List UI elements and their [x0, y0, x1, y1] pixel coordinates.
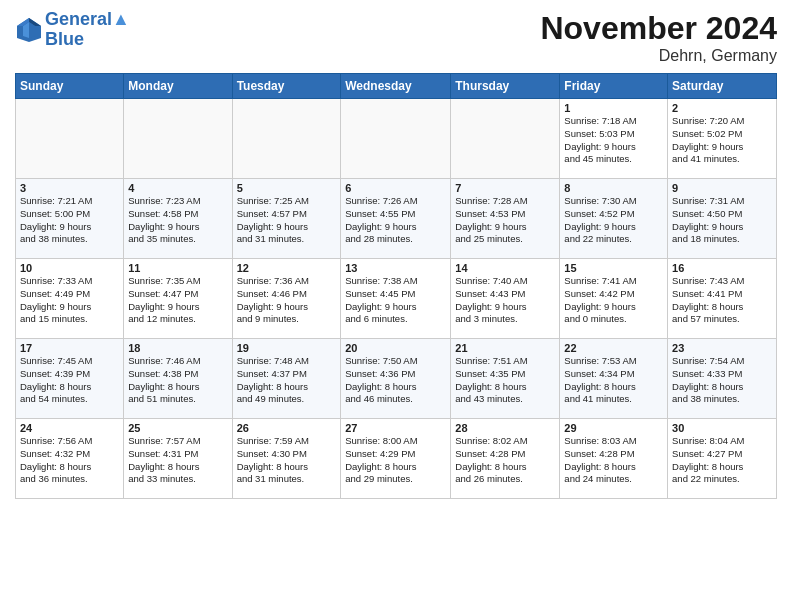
calendar-week-0: 1Sunrise: 7:18 AM Sunset: 5:03 PM Daylig… [16, 99, 777, 179]
day-number: 20 [345, 342, 446, 354]
day-info: Sunrise: 7:41 AM Sunset: 4:42 PM Dayligh… [564, 275, 663, 326]
title-block: November 2024 Dehrn, Germany [540, 10, 777, 65]
calendar-header-monday: Monday [124, 74, 232, 99]
calendar-cell-4-2: 26Sunrise: 7:59 AM Sunset: 4:30 PM Dayli… [232, 419, 341, 499]
day-number: 9 [672, 182, 772, 194]
calendar-table: SundayMondayTuesdayWednesdayThursdayFrid… [15, 73, 777, 499]
logo-blue: Blue [45, 30, 130, 50]
day-info: Sunrise: 7:18 AM Sunset: 5:03 PM Dayligh… [564, 115, 663, 166]
day-number: 19 [237, 342, 337, 354]
day-number: 18 [128, 342, 227, 354]
logo-general: General [45, 9, 112, 29]
logo-text: General▲ Blue [45, 10, 130, 50]
day-info: Sunrise: 7:38 AM Sunset: 4:45 PM Dayligh… [345, 275, 446, 326]
calendar-cell-3-6: 23Sunrise: 7:54 AM Sunset: 4:33 PM Dayli… [668, 339, 777, 419]
day-number: 15 [564, 262, 663, 274]
day-number: 17 [20, 342, 119, 354]
day-number: 3 [20, 182, 119, 194]
logo: General▲ Blue [15, 10, 130, 50]
day-info: Sunrise: 7:45 AM Sunset: 4:39 PM Dayligh… [20, 355, 119, 406]
calendar-cell-0-1 [124, 99, 232, 179]
day-info: Sunrise: 7:43 AM Sunset: 4:41 PM Dayligh… [672, 275, 772, 326]
day-info: Sunrise: 7:21 AM Sunset: 5:00 PM Dayligh… [20, 195, 119, 246]
calendar-cell-2-4: 14Sunrise: 7:40 AM Sunset: 4:43 PM Dayli… [451, 259, 560, 339]
calendar-cell-1-2: 5Sunrise: 7:25 AM Sunset: 4:57 PM Daylig… [232, 179, 341, 259]
calendar-cell-3-3: 20Sunrise: 7:50 AM Sunset: 4:36 PM Dayli… [341, 339, 451, 419]
day-info: Sunrise: 7:23 AM Sunset: 4:58 PM Dayligh… [128, 195, 227, 246]
day-number: 4 [128, 182, 227, 194]
calendar-week-1: 3Sunrise: 7:21 AM Sunset: 5:00 PM Daylig… [16, 179, 777, 259]
calendar-cell-0-6: 2Sunrise: 7:20 AM Sunset: 5:02 PM Daylig… [668, 99, 777, 179]
day-number: 25 [128, 422, 227, 434]
day-number: 24 [20, 422, 119, 434]
day-number: 21 [455, 342, 555, 354]
calendar-cell-4-5: 29Sunrise: 8:03 AM Sunset: 4:28 PM Dayli… [560, 419, 668, 499]
day-info: Sunrise: 8:04 AM Sunset: 4:27 PM Dayligh… [672, 435, 772, 486]
calendar-cell-0-2 [232, 99, 341, 179]
day-info: Sunrise: 7:35 AM Sunset: 4:47 PM Dayligh… [128, 275, 227, 326]
calendar-cell-1-5: 8Sunrise: 7:30 AM Sunset: 4:52 PM Daylig… [560, 179, 668, 259]
day-number: 6 [345, 182, 446, 194]
day-number: 2 [672, 102, 772, 114]
calendar-cell-2-3: 13Sunrise: 7:38 AM Sunset: 4:45 PM Dayli… [341, 259, 451, 339]
day-number: 8 [564, 182, 663, 194]
calendar-header-wednesday: Wednesday [341, 74, 451, 99]
day-number: 10 [20, 262, 119, 274]
day-number: 16 [672, 262, 772, 274]
calendar-header-sunday: Sunday [16, 74, 124, 99]
calendar-cell-0-5: 1Sunrise: 7:18 AM Sunset: 5:03 PM Daylig… [560, 99, 668, 179]
day-number: 26 [237, 422, 337, 434]
day-info: Sunrise: 8:00 AM Sunset: 4:29 PM Dayligh… [345, 435, 446, 486]
day-number: 28 [455, 422, 555, 434]
calendar-cell-1-3: 6Sunrise: 7:26 AM Sunset: 4:55 PM Daylig… [341, 179, 451, 259]
day-number: 12 [237, 262, 337, 274]
calendar-cell-4-4: 28Sunrise: 8:02 AM Sunset: 4:28 PM Dayli… [451, 419, 560, 499]
calendar-header-tuesday: Tuesday [232, 74, 341, 99]
calendar-header-saturday: Saturday [668, 74, 777, 99]
day-info: Sunrise: 8:02 AM Sunset: 4:28 PM Dayligh… [455, 435, 555, 486]
day-info: Sunrise: 7:36 AM Sunset: 4:46 PM Dayligh… [237, 275, 337, 326]
day-info: Sunrise: 7:30 AM Sunset: 4:52 PM Dayligh… [564, 195, 663, 246]
calendar-cell-2-6: 16Sunrise: 7:43 AM Sunset: 4:41 PM Dayli… [668, 259, 777, 339]
calendar-cell-2-5: 15Sunrise: 7:41 AM Sunset: 4:42 PM Dayli… [560, 259, 668, 339]
day-info: Sunrise: 7:46 AM Sunset: 4:38 PM Dayligh… [128, 355, 227, 406]
calendar-cell-3-4: 21Sunrise: 7:51 AM Sunset: 4:35 PM Dayli… [451, 339, 560, 419]
day-info: Sunrise: 7:40 AM Sunset: 4:43 PM Dayligh… [455, 275, 555, 326]
day-number: 13 [345, 262, 446, 274]
calendar-header-friday: Friday [560, 74, 668, 99]
day-info: Sunrise: 7:26 AM Sunset: 4:55 PM Dayligh… [345, 195, 446, 246]
calendar-cell-1-1: 4Sunrise: 7:23 AM Sunset: 4:58 PM Daylig… [124, 179, 232, 259]
calendar-cell-4-0: 24Sunrise: 7:56 AM Sunset: 4:32 PM Dayli… [16, 419, 124, 499]
calendar-cell-0-0 [16, 99, 124, 179]
calendar-cell-2-2: 12Sunrise: 7:36 AM Sunset: 4:46 PM Dayli… [232, 259, 341, 339]
calendar-cell-2-1: 11Sunrise: 7:35 AM Sunset: 4:47 PM Dayli… [124, 259, 232, 339]
day-info: Sunrise: 7:56 AM Sunset: 4:32 PM Dayligh… [20, 435, 119, 486]
calendar-cell-1-4: 7Sunrise: 7:28 AM Sunset: 4:53 PM Daylig… [451, 179, 560, 259]
day-info: Sunrise: 7:25 AM Sunset: 4:57 PM Dayligh… [237, 195, 337, 246]
calendar-cell-4-6: 30Sunrise: 8:04 AM Sunset: 4:27 PM Dayli… [668, 419, 777, 499]
header: General▲ Blue November 2024 Dehrn, Germa… [15, 10, 777, 65]
day-info: Sunrise: 7:59 AM Sunset: 4:30 PM Dayligh… [237, 435, 337, 486]
calendar-cell-3-1: 18Sunrise: 7:46 AM Sunset: 4:38 PM Dayli… [124, 339, 232, 419]
calendar-cell-3-5: 22Sunrise: 7:53 AM Sunset: 4:34 PM Dayli… [560, 339, 668, 419]
calendar-week-4: 24Sunrise: 7:56 AM Sunset: 4:32 PM Dayli… [16, 419, 777, 499]
calendar-week-3: 17Sunrise: 7:45 AM Sunset: 4:39 PM Dayli… [16, 339, 777, 419]
day-info: Sunrise: 7:50 AM Sunset: 4:36 PM Dayligh… [345, 355, 446, 406]
day-info: Sunrise: 7:53 AM Sunset: 4:34 PM Dayligh… [564, 355, 663, 406]
day-number: 30 [672, 422, 772, 434]
calendar-week-2: 10Sunrise: 7:33 AM Sunset: 4:49 PM Dayli… [16, 259, 777, 339]
day-info: Sunrise: 7:31 AM Sunset: 4:50 PM Dayligh… [672, 195, 772, 246]
location: Dehrn, Germany [540, 47, 777, 65]
calendar-cell-2-0: 10Sunrise: 7:33 AM Sunset: 4:49 PM Dayli… [16, 259, 124, 339]
day-info: Sunrise: 7:51 AM Sunset: 4:35 PM Dayligh… [455, 355, 555, 406]
day-info: Sunrise: 7:54 AM Sunset: 4:33 PM Dayligh… [672, 355, 772, 406]
day-number: 22 [564, 342, 663, 354]
day-number: 14 [455, 262, 555, 274]
day-number: 11 [128, 262, 227, 274]
calendar-cell-0-3 [341, 99, 451, 179]
day-info: Sunrise: 7:28 AM Sunset: 4:53 PM Dayligh… [455, 195, 555, 246]
month-title: November 2024 [540, 10, 777, 47]
calendar-header-thursday: Thursday [451, 74, 560, 99]
page: General▲ Blue November 2024 Dehrn, Germa… [0, 0, 792, 612]
day-info: Sunrise: 7:20 AM Sunset: 5:02 PM Dayligh… [672, 115, 772, 166]
